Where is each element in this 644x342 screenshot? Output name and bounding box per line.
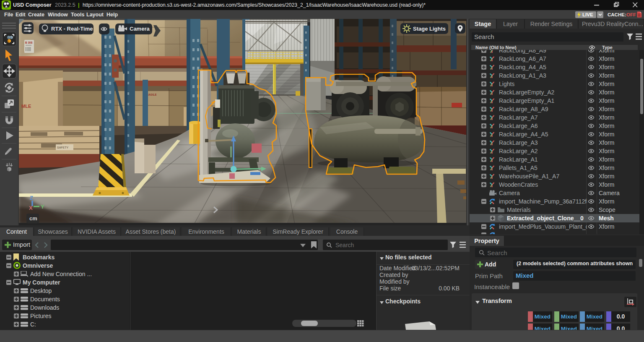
svg-text:B 308: B 308 [25,41,33,44]
svg-text:SAFETY: SAFETY [57,146,69,149]
svg-text:cm: cm [29,215,37,222]
svg-text:X: X [29,205,33,211]
svg-text:MLE: MLE [21,104,31,109]
svg-text:Stage Lights: Stage Lights [413,26,446,32]
svg-text:Camera: Camera [130,26,150,32]
svg-text:Y: Y [41,204,44,210]
svg-text:Z: Z [30,195,33,201]
svg-text:RTX - Real-Time: RTX - Real-Time [51,26,93,32]
